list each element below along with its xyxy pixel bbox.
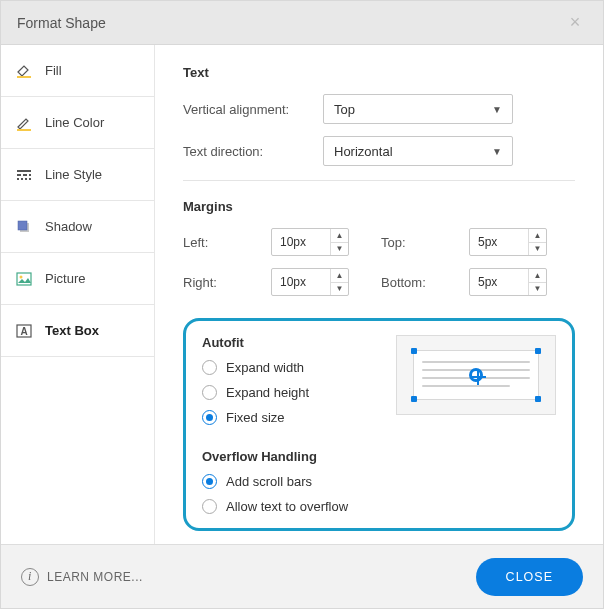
svg-rect-7 [21, 178, 23, 180]
titlebar: Format Shape × [1, 1, 603, 45]
svg-rect-6 [17, 178, 19, 180]
spin-down[interactable]: ▼ [529, 243, 546, 256]
radio-expand-height[interactable]: Expand height [202, 385, 376, 400]
margin-left-input[interactable]: 10px ▲ ▼ [271, 228, 349, 256]
close-icon[interactable]: × [563, 12, 587, 33]
margin-bottom-value: 5px [470, 269, 528, 295]
radio-fixed-size[interactable]: Fixed size [202, 410, 376, 425]
svg-rect-2 [17, 170, 31, 172]
margin-top-input[interactable]: 5px ▲ ▼ [469, 228, 547, 256]
autofit-radio-group: Expand width Expand height Fixed size [202, 360, 376, 425]
format-shape-dialog: Format Shape × Fill Line Color Lin [0, 0, 604, 609]
svg-rect-4 [23, 174, 27, 176]
close-button[interactable]: CLOSE [476, 558, 583, 596]
margin-right-value: 10px [272, 269, 330, 295]
tab-fill[interactable]: Fill [1, 45, 154, 97]
spin-up[interactable]: ▲ [529, 269, 546, 283]
margin-left-value: 10px [272, 229, 330, 255]
margins-section-title: Margins [183, 199, 575, 214]
line-style-icon [15, 166, 33, 184]
radio-label: Allow text to overflow [226, 499, 348, 514]
tab-label: Fill [45, 63, 62, 78]
text-section-title: Text [183, 65, 575, 80]
direction-dropdown[interactable]: Horizontal ▼ [323, 136, 513, 166]
fill-icon [15, 62, 33, 80]
radio-label: Add scroll bars [226, 474, 312, 489]
spin-up[interactable]: ▲ [331, 229, 348, 243]
direction-value: Horizontal [334, 144, 393, 159]
tab-label: Picture [45, 271, 85, 286]
spinner-buttons: ▲ ▼ [528, 229, 546, 255]
tab-label: Line Style [45, 167, 102, 182]
radio-circle [202, 474, 217, 489]
margin-left-label: Left: [183, 235, 243, 250]
dialog-footer: i LEARN MORE... CLOSE [1, 544, 603, 608]
svg-rect-1 [17, 129, 31, 131]
dialog-title: Format Shape [17, 15, 106, 31]
info-icon: i [21, 568, 39, 586]
spin-up[interactable]: ▲ [529, 229, 546, 243]
learn-more-link[interactable]: i LEARN MORE... [21, 568, 143, 586]
svg-rect-3 [17, 174, 21, 176]
text-direction-row: Text direction: Horizontal ▼ [183, 136, 575, 166]
svg-point-13 [20, 275, 23, 278]
spin-down[interactable]: ▼ [529, 283, 546, 296]
margins-grid: Left: 10px ▲ ▼ Top: 5px ▲ ▼ Right: [183, 228, 575, 296]
highlighted-region: Autofit Expand width Expand height [183, 318, 575, 531]
tab-label: Line Color [45, 115, 104, 130]
spin-down[interactable]: ▼ [331, 243, 348, 256]
autofit-row: Autofit Expand width Expand height [202, 335, 556, 435]
dialog-body: Fill Line Color Line Style Shadow [1, 45, 603, 544]
radio-allow-overflow[interactable]: Allow text to overflow [202, 499, 556, 514]
svg-rect-11 [18, 221, 27, 230]
shadow-icon [15, 218, 33, 236]
margin-bottom-label: Bottom: [381, 275, 441, 290]
spinner-buttons: ▲ ▼ [528, 269, 546, 295]
line-color-icon [15, 114, 33, 132]
spinner-buttons: ▲ ▼ [330, 269, 348, 295]
learn-more-label: LEARN MORE... [47, 570, 143, 584]
tab-text-box[interactable]: A Text Box [1, 305, 154, 357]
margin-right-input[interactable]: 10px ▲ ▼ [271, 268, 349, 296]
margin-right-label: Right: [183, 275, 243, 290]
radio-expand-width[interactable]: Expand width [202, 360, 376, 375]
svg-rect-12 [17, 273, 31, 285]
svg-rect-0 [17, 76, 31, 78]
tab-shadow[interactable]: Shadow [1, 201, 154, 253]
valign-label: Vertical alignment: [183, 102, 323, 117]
svg-rect-5 [29, 174, 31, 176]
radio-label: Expand width [226, 360, 304, 375]
tab-line-style[interactable]: Line Style [1, 149, 154, 201]
svg-rect-8 [25, 178, 27, 180]
separator [183, 180, 575, 181]
tab-line-color[interactable]: Line Color [1, 97, 154, 149]
svg-text:A: A [20, 326, 27, 337]
autofit-preview [396, 335, 556, 415]
overflow-radio-group: Add scroll bars Allow text to overflow [202, 474, 556, 514]
picture-icon [15, 270, 33, 288]
valign-dropdown[interactable]: Top ▼ [323, 94, 513, 124]
radio-label: Expand height [226, 385, 309, 400]
radio-label: Fixed size [226, 410, 285, 425]
close-button-label: CLOSE [506, 570, 553, 584]
radio-circle [202, 360, 217, 375]
margin-bottom-input[interactable]: 5px ▲ ▼ [469, 268, 547, 296]
radio-add-scrollbars[interactable]: Add scroll bars [202, 474, 556, 489]
tab-label: Shadow [45, 219, 92, 234]
text-box-icon: A [15, 322, 33, 340]
margin-top-label: Top: [381, 235, 441, 250]
spin-down[interactable]: ▼ [331, 283, 348, 296]
move-icon [469, 368, 483, 382]
valign-value: Top [334, 102, 355, 117]
overflow-section-title: Overflow Handling [202, 449, 556, 464]
svg-rect-9 [29, 178, 31, 180]
spin-up[interactable]: ▲ [331, 269, 348, 283]
autofit-section-title: Autofit [202, 335, 376, 350]
tab-label: Text Box [45, 323, 99, 338]
radio-circle [202, 410, 217, 425]
content-panel: Text Vertical alignment: Top ▼ Text dire… [155, 45, 603, 544]
sidebar: Fill Line Color Line Style Shadow [1, 45, 155, 544]
direction-label: Text direction: [183, 144, 323, 159]
tab-picture[interactable]: Picture [1, 253, 154, 305]
caret-down-icon: ▼ [492, 146, 502, 157]
